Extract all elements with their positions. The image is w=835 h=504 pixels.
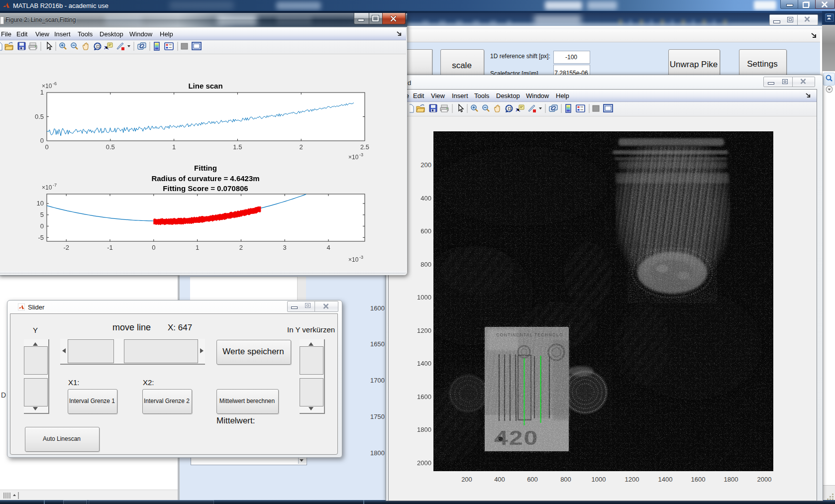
svg-text:-5: -5 [38,234,44,241]
svg-text:0: 0 [152,244,155,251]
svg-text:×10: ×10 [42,184,52,191]
svg-text:0: 0 [40,222,44,230]
svg-text:-3: -3 [359,152,363,157]
svg-text:1.5: 1.5 [233,143,242,151]
svg-text:Line scan: Line scan [188,82,222,90]
svg-text:-6: -6 [53,81,57,86]
svg-text:0: 0 [45,143,48,151]
svg-text:1: 1 [196,244,199,251]
svg-text:×10: ×10 [348,154,359,161]
svg-text:×10: ×10 [348,256,359,263]
svg-text:3: 3 [283,244,287,251]
svg-text:2.5: 2.5 [360,143,369,151]
svg-text:-3: -3 [359,255,363,260]
svg-text:2: 2 [239,244,243,251]
svg-text:×10: ×10 [42,83,52,90]
svg-text:0: 0 [40,137,44,144]
svg-text:Radius of curvature = 4.6423m: Radius of curvature = 4.6423m [151,174,259,183]
svg-text:0.5: 0.5 [35,113,44,120]
svg-text:Fitting: Fitting [194,164,217,172]
svg-text:2: 2 [300,143,303,151]
svg-text:-7: -7 [53,183,57,188]
svg-text:1: 1 [172,143,176,151]
svg-text:10: 10 [37,200,44,207]
svg-text:0.5: 0.5 [106,143,115,151]
svg-text:Fitting Score = 0.070806: Fitting Score = 0.070806 [163,184,248,193]
svg-text:5: 5 [40,211,44,218]
svg-text:-2: -2 [63,244,69,251]
svg-text:-1: -1 [107,244,113,251]
svg-text:4: 4 [326,244,330,251]
svg-text:1: 1 [40,89,44,96]
